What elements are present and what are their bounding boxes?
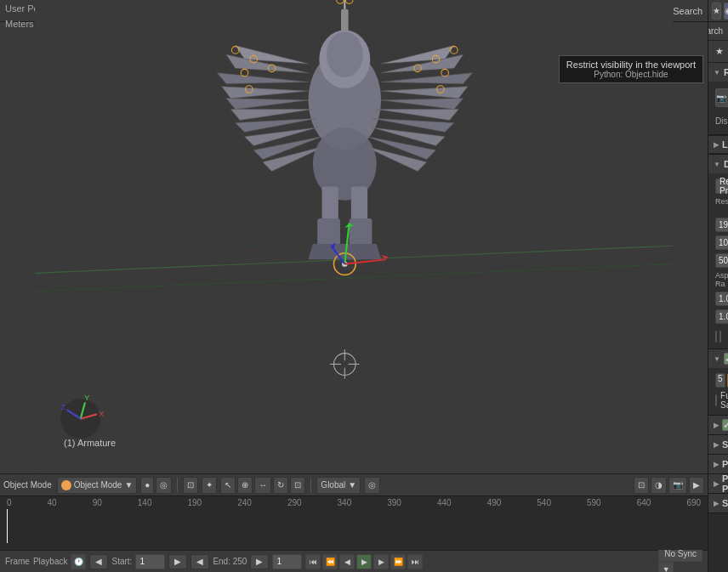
aspect-x-fps-row: 1.000 24 fps ▲▼ [712,290,725,308]
scene-icon-btn[interactable]: ◉ [724,3,728,20]
aspect-fps-labels: Aspect Ra Frame Rat [712,269,725,290]
timeline-track[interactable] [0,509,708,543]
world-icon-btn[interactable]: ★ [712,3,721,20]
cursor-btn[interactable]: ⊕ [237,477,253,494]
object-type-label: Object Mode [3,480,52,490]
transform-selector[interactable]: Global ▼ [316,477,361,494]
play-btn[interactable]: ▶ [356,554,372,569]
aa-enable-checkbox[interactable]: ✓ [724,353,728,365]
camera-icon: 📷 [716,93,726,103]
stamp-header[interactable]: ▶ Stamp [708,494,728,513]
scene-arrow: ★ [715,46,724,57]
proportional-btn[interactable]: ◎ [364,477,380,494]
next-keyframe-btn[interactable]: ▶ [373,554,389,569]
render-header[interactable]: ▼ Render [708,63,728,82]
post-processing-header[interactable]: ▶ Post Processing [708,474,728,493]
aspect-label: Aspect Ra [715,271,728,288]
next-start-btn[interactable]: ▶ [168,554,187,569]
shading-header[interactable]: ▶ Shading [708,435,728,454]
jump-end-btn[interactable]: ⏭ [407,554,423,569]
sampled-motion-arrow: ▶ [714,422,719,429]
3d-viewport[interactable]: View Search User Persp Meters [0,0,708,473]
video-btn[interactable]: ▶ [689,477,704,494]
overlay-btn[interactable]: ⊡ [634,477,649,494]
svg-rect-29 [317,218,340,246]
sync-arrow-btn[interactable]: ▼ [658,562,674,573]
shading-section: ▶ Shading [708,435,728,455]
next-frame-btn[interactable]: ⏩ [390,554,406,569]
mode-selector[interactable]: Object Mode ▼ [57,477,138,494]
next-end-btn[interactable]: ▶ [250,554,269,569]
aspect-y-field[interactable]: 1.000 [715,309,728,324]
svg-rect-28 [322,187,338,224]
view-btn-1[interactable]: ● [140,477,154,494]
viewport-area: View Search User Persp Meters [0,0,708,572]
end-label: End: 250 [213,557,247,566]
timeline-area: 0409014019024029034039044049054059064069… [0,496,708,572]
stamp-section: ▶ Stamp [708,494,728,513]
full-sample-checkbox[interactable] [715,394,717,406]
post-processing-section: ▶ Post Processing [708,474,728,494]
shading-title: Shading [722,439,728,450]
dimensions-arrow: ▼ [714,161,720,168]
camera-btn[interactable]: 📷 [668,477,687,494]
res-x-field[interactable]: 1920 [715,218,728,232]
scale-btn[interactable]: ⊡ [290,477,305,494]
performance-header[interactable]: ▶ Performance [708,455,728,473]
preset-select[interactable]: Render Pre [715,178,728,194]
color-swatch-2[interactable] [719,331,721,343]
dimensions-content: Render Pre + − Resolution Frame Ra 1920 [708,173,728,348]
res-percent-field[interactable]: 50% [715,253,728,268]
prev-start-btn[interactable]: ◀ [89,554,108,569]
sampled-motion-checkbox[interactable]: ✓ [722,419,728,431]
color-swatch-row [712,328,725,345]
rotate-btn[interactable]: ↻ [273,477,288,494]
snap-btn[interactable]: ⊡ [183,477,198,494]
right-panel-nav: View Search [708,22,728,41]
viewport-toolbar: Object Mode Object Mode ▼ ● ◎ ⊡ ✦ ↖ ⊕ ↔ [0,473,708,496]
grab-btn[interactable]: ↔ [254,477,271,494]
res-y-value: 1080 [719,238,728,247]
layers-arrow: ▶ [714,141,719,149]
clock-btn[interactable]: 🕐 [71,554,86,569]
performance-title: Performance [722,459,728,469]
play-controls: ⏮ ⏪ ◀ ▶ ▶ ⏩ ⏭ [305,554,423,569]
aa-values-row: 5 8 1116 Mitch ▲▼ [712,371,725,389]
timeline-ruler[interactable]: 0409014019024029034039044049054059064069… [0,496,708,550]
prev-keyframe-btn[interactable]: ◀ [339,554,355,569]
playback-label: Playback [33,557,68,566]
layers-header[interactable]: ▶ Layers [708,135,728,154]
move-btn[interactable]: ✦ [202,477,217,494]
preset-row: Render Pre + − [712,177,725,195]
prev-frame-btn[interactable]: ⏪ [322,554,338,569]
render-title: Render [724,67,728,77]
stamp-arrow: ▶ [714,500,719,507]
render-preview-btn[interactable]: ◑ [651,477,667,494]
res-x-start-row: 1920 Star: 1 [712,216,725,234]
dimensions-title: Dimensions [724,159,728,169]
shading-arrow: ▶ [714,441,719,449]
dimensions-header[interactable]: ▼ Dimensions [708,155,728,173]
res-percent-value: 50% [719,256,728,265]
color-swatch-1[interactable] [715,331,717,343]
jump-start-btn[interactable]: ⏮ [305,554,321,569]
select-btn[interactable]: ↖ [220,477,236,494]
aa-section: ▼ ✓ Anti-Aliasing 5 8 1116 Mitch ▲▼ Full… [708,349,728,416]
transform-label: Global [321,480,345,490]
right-search-label[interactable]: Search [708,26,723,36]
current-frame-field[interactable] [272,554,302,569]
view-btn-2[interactable]: ◎ [156,477,172,494]
start-frame-field[interactable] [135,554,165,569]
prev-end-btn[interactable]: ◀ [191,554,209,569]
panel-icon-bar: ★ ◉ ▲ ⬡ ◐ ⊞ [708,0,728,22]
sampled-motion-header[interactable]: ▶ ✓ Sampled Motion [708,416,728,434]
full-sample-row: Full Sa 1.000 [712,389,725,411]
frame-label: Frame [5,557,30,566]
start-label: Start: [111,557,132,566]
aa-val1[interactable]: 5 [715,373,725,388]
right-toolbar-buttons: ⊡ ◑ 📷 ▶ [634,477,704,494]
aspect-x-field[interactable]: 1.000 [715,292,728,306]
aa-header[interactable]: ▼ ✓ Anti-Aliasing [708,349,728,368]
image-render-btn[interactable]: 📷 Image [715,88,728,107]
res-y-field[interactable]: 1080 [715,235,728,250]
